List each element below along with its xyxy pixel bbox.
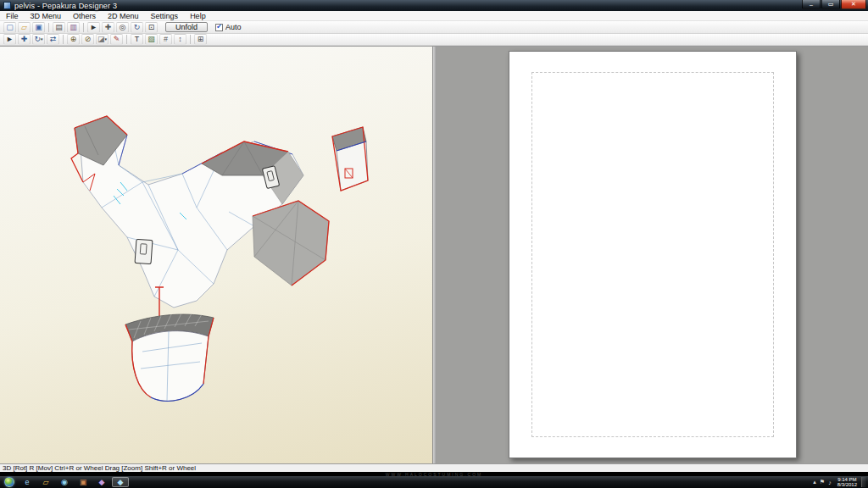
pattern-sheet [509,51,797,458]
save-file-icon[interactable]: ▣ [32,22,45,33]
add-image-icon[interactable]: ▧ [145,34,158,45]
edge-color-icon-glyph: ✎ [114,34,120,45]
hidden-icons-arrow[interactable]: ▴ [813,479,816,485]
taskbar-app-pepakura-designer-icon: ◆ [118,478,124,486]
toolbar-separator [63,35,64,44]
select-part-icon[interactable]: ► [3,34,16,45]
taskbar-app-file-explorer-icon: ▱ [43,478,49,486]
close-button[interactable]: ✕ [841,0,866,9]
auto-checkbox[interactable]: ✔ [215,24,223,31]
volume-icon[interactable]: ♪ [828,480,832,485]
menu-item-others[interactable]: Others [67,12,102,20]
watermark-text: WWW.HALOCOSTUMING.COM [386,472,483,477]
export-icon[interactable]: ▥ [67,22,80,33]
taskbar-app-internet-explorer-icon: e [25,478,29,486]
titlebar: pelvis - Pepakura Designer 3 – ▭ ✕ [0,0,868,11]
maximize-button[interactable]: ▭ [821,0,840,9]
rotate-part-icon[interactable]: ↻▾ [32,34,45,45]
toolbar-2d-tools: ►✚↻▾⇄⊕⊘◪▾✎T▧#↕⊞ [0,34,868,46]
pepakura-designer-window: pelvis - Pepakura Designer 3 – ▭ ✕ File … [0,0,868,488]
print-icon[interactable]: ▤ [53,22,65,33]
move-part-icon[interactable]: ✚ [18,34,31,45]
menu-item-2d-menu[interactable]: 2D Menu [102,12,145,20]
action-center-flag-icon[interactable]: ⚑ [820,479,825,485]
scale-part-icon[interactable]: ↕ [174,34,186,45]
unfold-button[interactable]: Unfold [165,22,208,32]
menu-item-3d-menu[interactable]: 3D Menu [25,12,68,20]
zoom-tool-icon[interactable]: ◎ [116,22,129,33]
taskbar-clock[interactable]: 9:14 PM 8/3/2012 [837,477,857,487]
pan-tool-icon[interactable]: ✚ [102,22,114,33]
divide-face-icon[interactable]: ⊘ [81,34,94,45]
select-part-icon-glyph: ► [6,34,14,45]
statusbar: 3D [Rot] R [Mov] Ctrl+R or Wheel Drag [Z… [0,463,868,472]
select-tool-icon[interactable]: ► [87,22,100,33]
show-desktop-button[interactable] [861,477,866,487]
scale-part-icon-glyph: ↕ [178,34,182,45]
taskbar-app-media-player-icon: ◉ [61,478,68,486]
measure-icon[interactable]: # [159,34,172,45]
grid-icon[interactable]: ⊞ [194,34,207,45]
viewport-2d[interactable] [437,47,868,463]
measure-icon-glyph: # [164,34,168,45]
window-title: pelvis - Pepakura Designer 3 [14,2,801,10]
taskbar-app-pepakura-viewer[interactable]: ◆ [93,477,110,487]
add-text-icon[interactable]: T [131,34,143,45]
join-edges-icon-glyph: ⊕ [70,34,77,45]
toolbar-separator [83,23,84,32]
add-text-icon-glyph: T [135,34,140,45]
taskbar-app-internet-explorer[interactable]: e [19,477,36,487]
toolbar-main-icons: ▢▱▣▤▥►✚◎↻⊡ [3,22,159,33]
toolbar-separator [48,23,49,32]
fit-view-icon-glyph: ⊡ [148,22,155,33]
clock-date: 8/3/2012 [837,482,857,487]
main-content [0,46,868,463]
flip-part-icon-glyph: ⇄ [50,34,57,45]
auto-unfold-control: ✔ Auto [215,23,242,31]
select-tool-icon-glyph: ► [90,22,97,33]
print-icon-glyph: ▤ [55,22,63,33]
edge-color-icon[interactable]: ✎ [110,34,123,45]
toolbar-separator [190,35,191,44]
minimize-button[interactable]: – [802,0,821,9]
tray-icons: ▴⚑♪ [811,479,832,485]
edit-flaps-icon[interactable]: ◪▾ [96,34,108,45]
taskbar: e▱◉▣◆◆ ▴⚑♪ 9:14 PM 8/3/2012 [0,476,868,488]
sheet-margin-guide [531,72,774,437]
move-part-icon-glyph: ✚ [21,34,28,45]
open-file-icon[interactable]: ▱ [18,22,31,33]
new-file-icon[interactable]: ▢ [3,22,16,33]
toolbar-main: ▢▱▣▤▥►✚◎↻⊡ Unfold ✔ Auto [0,21,868,34]
add-image-icon-glyph: ▧ [147,34,155,45]
pan-tool-icon-glyph: ✚ [105,22,112,33]
menu-item-file[interactable]: File [0,12,25,20]
taskbar-app-pepakura-designer[interactable]: ◆ [112,477,129,487]
rotate-view-icon-glyph: ↻ [134,22,141,33]
menu-item-help[interactable]: Help [184,12,212,20]
menu-item-settings[interactable]: Settings [145,12,185,20]
toolbar-2d-icons: ►✚↻▾⇄⊕⊘◪▾✎T▧#↕⊞ [3,34,208,45]
rotate-view-icon[interactable]: ↻ [131,22,143,33]
grid-icon-glyph: ⊞ [198,34,204,45]
new-file-icon-glyph: ▢ [6,22,14,33]
taskbar-app-photo-viewer[interactable]: ▣ [75,477,92,487]
menubar: File 3D Menu Others 2D Menu Settings Hel… [0,11,868,21]
statusbar-hint-text: 3D [Rot] R [Mov] Ctrl+R or Wheel Drag [Z… [3,464,196,472]
zoom-tool-icon-glyph: ◎ [120,22,126,33]
toolbar-separator [126,35,127,44]
fit-view-icon[interactable]: ⊡ [145,22,158,33]
divide-face-icon-glyph: ⊘ [85,34,92,45]
taskbar-app-photo-viewer-icon: ▣ [80,478,87,486]
join-edges-icon[interactable]: ⊕ [67,34,80,45]
save-file-icon-glyph: ▣ [35,22,42,33]
viewport-3d[interactable] [0,47,433,463]
edit-flaps-icon-glyph: ◪ [97,34,105,45]
flip-part-icon[interactable]: ⇄ [47,34,59,45]
taskbar-app-media-player[interactable]: ◉ [56,477,73,487]
window-controls: – ▭ ✕ [801,0,866,9]
taskbar-app-file-explorer[interactable]: ▱ [37,477,54,487]
start-button[interactable] [4,477,14,487]
export-icon-glyph: ▥ [70,22,77,33]
app-icon [3,2,11,9]
taskbar-apps: e▱◉▣◆◆ [18,477,130,487]
